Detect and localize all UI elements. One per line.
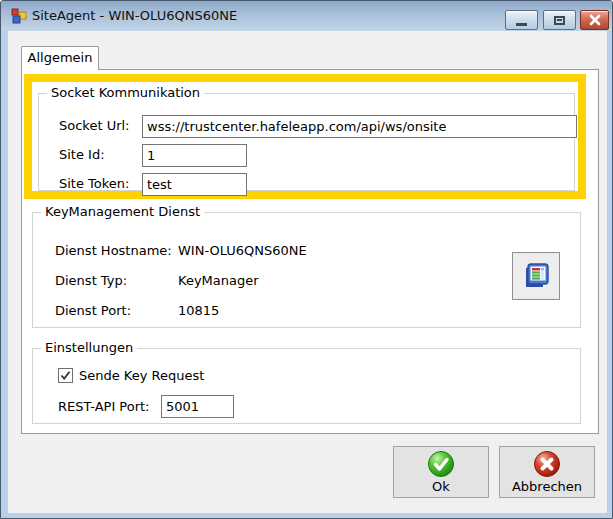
sende-key-request-label: Sende Key Request xyxy=(79,368,204,383)
groupbox-keymanagement: KeyManagement Dienst Dienst Hostname: WI… xyxy=(32,212,581,328)
socket-url-label: Socket Url: xyxy=(59,118,130,134)
maximize-button[interactable] xyxy=(543,10,576,30)
minimize-button[interactable] xyxy=(505,10,538,30)
dienst-port-value: 10815 xyxy=(178,303,219,319)
maximize-icon xyxy=(554,16,565,25)
rest-api-port-label: REST-API Port: xyxy=(58,399,150,415)
site-id-label: Site Id: xyxy=(59,147,105,163)
ok-button-label: Ok xyxy=(432,479,450,494)
dienst-port-label: Dienst Port: xyxy=(55,303,131,319)
ok-check-icon xyxy=(427,450,455,478)
minimize-icon xyxy=(516,23,527,26)
title-bar[interactable]: SiteAgent - WIN-OLU6QNS60NE xyxy=(1,1,612,31)
tabpage-allgemein: Socket Kommunikation Socket Url: Site Id… xyxy=(21,69,599,434)
groupbox-socket-kommunikation: Socket Kommunikation Socket Url: Site Id… xyxy=(38,93,575,191)
site-id-input[interactable] xyxy=(142,144,247,167)
groupbox-einstellungen-title: Einstellungen xyxy=(41,340,137,356)
abbrechen-button-label: Abbrechen xyxy=(512,479,582,494)
app-icon xyxy=(11,8,27,24)
keymanager-window-icon xyxy=(519,259,553,293)
dienst-typ-value: KeyManager xyxy=(178,273,259,289)
form-client-area: Allgemein Socket Kommunikation Socket Ur… xyxy=(8,31,607,513)
groupbox-socket-title: Socket Kommunikation xyxy=(47,85,204,101)
cancel-x-icon xyxy=(533,450,561,478)
socket-group-highlight: Socket Kommunikation Socket Url: Site Id… xyxy=(24,74,586,199)
close-icon xyxy=(588,13,602,27)
sende-key-request-checkbox[interactable] xyxy=(58,368,73,383)
site-token-input[interactable] xyxy=(142,173,247,196)
sende-key-request-row: Sende Key Request xyxy=(58,368,204,383)
groupbox-keymanagement-title: KeyManagement Dienst xyxy=(41,204,204,220)
abbrechen-button[interactable]: Abbrechen xyxy=(499,446,595,498)
window-title: SiteAgent - WIN-OLU6QNS60NE xyxy=(32,1,237,30)
dienst-hostname-value: WIN-OLU6QNS60NE xyxy=(178,243,307,259)
close-button[interactable] xyxy=(580,10,609,30)
site-token-label: Site Token: xyxy=(59,176,129,192)
socket-url-input[interactable] xyxy=(142,115,577,138)
keymanager-details-button[interactable] xyxy=(512,252,560,300)
tab-allgemein[interactable]: Allgemein xyxy=(21,46,99,70)
app-window: SiteAgent - WIN-OLU6QNS60NE Allgemein So… xyxy=(0,0,613,519)
groupbox-einstellungen: Einstellungen Sende Key Request REST-API… xyxy=(32,348,581,424)
rest-api-port-input[interactable] xyxy=(161,395,234,418)
ok-button[interactable]: Ok xyxy=(393,446,489,498)
check-icon xyxy=(60,370,71,381)
dienst-hostname-label: Dienst Hostname: xyxy=(55,243,172,259)
dienst-typ-label: Dienst Typ: xyxy=(55,273,127,289)
